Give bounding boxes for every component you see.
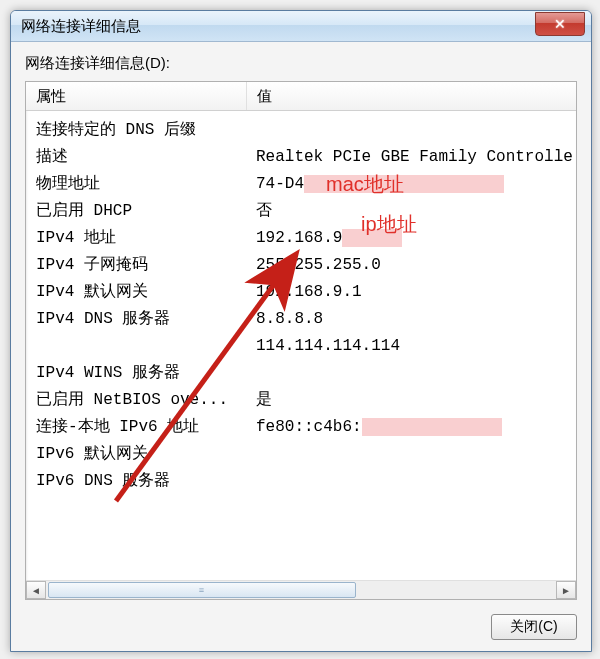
table-row[interactable]: 已启用 NetBIOS ove...是 xyxy=(26,387,576,414)
value-cell xyxy=(246,360,576,387)
property-cell: IPv4 地址 xyxy=(26,225,246,252)
property-cell: 描述 xyxy=(26,144,246,171)
details-listview[interactable]: 属性 值 mac地址 ip地址 连接特定的 DNS 后缀描述Realtek PC… xyxy=(25,81,577,600)
table-row[interactable]: IPv4 WINS 服务器 xyxy=(26,360,576,387)
listview-content: mac地址 ip地址 连接特定的 DNS 后缀描述Realtek PCIe GB… xyxy=(26,111,576,580)
value-cell: 114.114.114.114 xyxy=(246,333,576,360)
property-cell: 已启用 DHCP xyxy=(26,198,246,225)
property-cell: IPv6 DNS 服务器 xyxy=(26,468,246,495)
redaction-box xyxy=(362,418,502,436)
redaction-box xyxy=(304,175,504,193)
scroll-right-button[interactable]: ► xyxy=(556,581,576,599)
property-cell xyxy=(26,333,246,360)
table-row[interactable]: 描述Realtek PCIe GBE Family Controlle xyxy=(26,144,576,171)
value-cell: 255.255.255.0 xyxy=(246,252,576,279)
header-value[interactable]: 值 xyxy=(247,87,576,106)
value-cell xyxy=(246,468,576,495)
header-property[interactable]: 属性 xyxy=(26,82,247,110)
property-cell: IPv4 DNS 服务器 xyxy=(26,306,246,333)
table-row[interactable]: IPv4 地址192.168.9 xyxy=(26,225,576,252)
property-cell: 连接-本地 IPv6 地址 xyxy=(26,414,246,441)
property-cell: IPv4 默认网关 xyxy=(26,279,246,306)
title-bar[interactable]: 网络连接详细信息 ✕ xyxy=(11,11,591,42)
horizontal-scrollbar[interactable]: ◄ ≡ ► xyxy=(26,580,576,599)
table-row[interactable]: IPv6 DNS 服务器 xyxy=(26,468,576,495)
value-cell xyxy=(246,117,576,144)
table-row[interactable]: 连接特定的 DNS 后缀 xyxy=(26,117,576,144)
window-close-button[interactable]: ✕ xyxy=(535,12,585,36)
dialog-body: 网络连接详细信息(D): 属性 值 mac地址 ip地址 连接特定 xyxy=(11,42,591,652)
value-cell: 74-D4 xyxy=(246,171,576,198)
section-label: 网络连接详细信息(D): xyxy=(25,54,577,73)
value-cell: 8.8.8.8 xyxy=(246,306,576,333)
table-row[interactable]: IPv4 子网掩码255.255.255.0 xyxy=(26,252,576,279)
property-cell: 物理地址 xyxy=(26,171,246,198)
scroll-thumb[interactable]: ≡ xyxy=(48,582,356,598)
window-title: 网络连接详细信息 xyxy=(21,17,141,36)
property-cell: IPv4 WINS 服务器 xyxy=(26,360,246,387)
value-cell: 192.168.9.1 xyxy=(246,279,576,306)
table-row[interactable]: 114.114.114.114 xyxy=(26,333,576,360)
scroll-track[interactable]: ≡ xyxy=(46,581,556,599)
table-row[interactable]: IPv4 DNS 服务器8.8.8.8 xyxy=(26,306,576,333)
table-row[interactable]: IPv4 默认网关192.168.9.1 xyxy=(26,279,576,306)
value-cell: 192.168.9 xyxy=(246,225,576,252)
scroll-left-button[interactable]: ◄ xyxy=(26,581,46,599)
value-cell: fe80::c4b6: xyxy=(246,414,576,441)
table-row[interactable]: 已启用 DHCP否 xyxy=(26,198,576,225)
property-cell: IPv4 子网掩码 xyxy=(26,252,246,279)
value-cell: 否 xyxy=(246,198,576,225)
property-cell: IPv6 默认网关 xyxy=(26,441,246,468)
dialog-window: 网络连接详细信息 ✕ 网络连接详细信息(D): 属性 值 xyxy=(10,10,592,652)
property-cell: 连接特定的 DNS 后缀 xyxy=(26,117,246,144)
close-icon: ✕ xyxy=(554,16,566,32)
redaction-box xyxy=(342,229,402,247)
value-cell: 是 xyxy=(246,387,576,414)
dialog-button-row: 关闭(C) xyxy=(25,600,577,640)
value-cell xyxy=(246,441,576,468)
close-button[interactable]: 关闭(C) xyxy=(491,614,577,640)
property-cell: 已启用 NetBIOS ove... xyxy=(26,387,246,414)
table-row[interactable]: IPv6 默认网关 xyxy=(26,441,576,468)
table-row[interactable]: 物理地址74-D4 xyxy=(26,171,576,198)
value-cell: Realtek PCIe GBE Family Controlle xyxy=(246,144,576,171)
table-row[interactable]: 连接-本地 IPv6 地址fe80::c4b6: xyxy=(26,414,576,441)
listview-header: 属性 值 xyxy=(26,82,576,111)
